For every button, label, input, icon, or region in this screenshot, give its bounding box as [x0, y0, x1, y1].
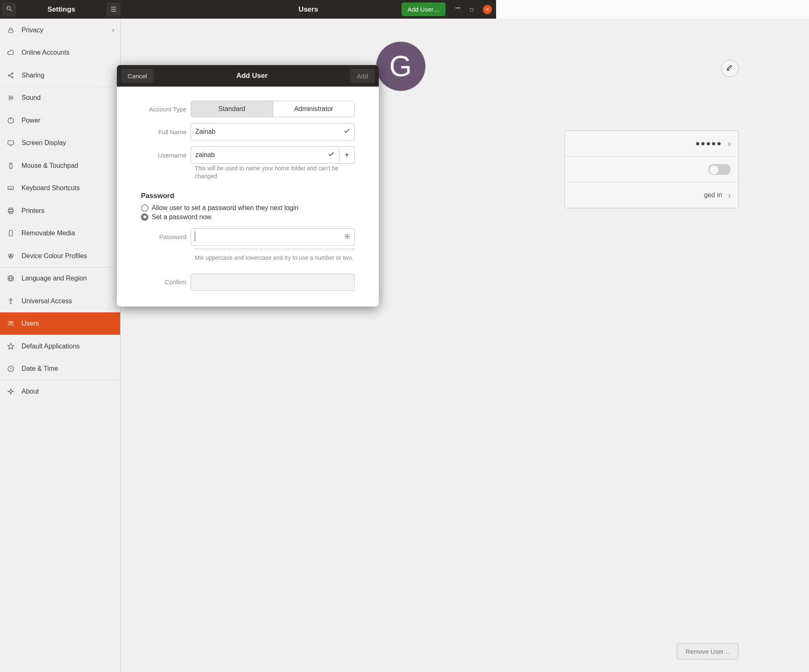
- search-button[interactable]: [2, 2, 16, 17]
- svg-rect-10: [8, 141, 14, 145]
- dialog-title: Add User: [158, 72, 346, 80]
- about-icon: [7, 388, 15, 395]
- radio-set-now[interactable]: Set a password now: [141, 213, 355, 221]
- svg-marker-34: [8, 343, 14, 349]
- cloud-icon: [7, 49, 15, 56]
- globe-icon: [7, 275, 15, 282]
- sidebar-item-label: Printers: [22, 207, 44, 215]
- sidebar-item-label: Language and Region: [22, 275, 87, 282]
- power-icon: [7, 117, 15, 124]
- printer-icon: [7, 207, 15, 215]
- check-icon: [327, 150, 335, 160]
- sidebar-item-label: Removable Media: [22, 230, 75, 237]
- confirm-label: Confirm: [141, 278, 191, 285]
- sidebar-item-online-accounts[interactable]: Online Accounts: [0, 41, 120, 64]
- sidebar-item-printers[interactable]: Printers: [0, 199, 120, 222]
- sidebar-item-label: Power: [22, 117, 40, 124]
- confirm-input[interactable]: [191, 273, 355, 291]
- full-name-input[interactable]: [191, 123, 355, 140]
- sidebar-item-language-and-region[interactable]: Language and Region: [0, 267, 120, 290]
- sidebar-item-users[interactable]: Users: [0, 312, 120, 335]
- radio-icon: [141, 213, 148, 221]
- keyboard-icon: [7, 184, 15, 192]
- maximize-button[interactable]: ◻: [470, 7, 474, 12]
- account-type-standard[interactable]: Standard: [191, 101, 273, 117]
- sidebar-item-label: Mouse & Touchpad: [22, 162, 78, 169]
- sidebar-item-sound[interactable]: Sound: [0, 87, 120, 109]
- lock-icon: [7, 27, 15, 34]
- sound-icon: [7, 94, 15, 102]
- sidebar-item-label: Universal Access: [22, 297, 72, 305]
- svg-point-37: [346, 235, 348, 237]
- dialog-header: Cancel Add User Add: [117, 65, 379, 87]
- svg-point-33: [12, 321, 13, 323]
- sidebar-item-sharing[interactable]: Sharing: [0, 64, 120, 87]
- radio-set-later[interactable]: Allow user to set a password when they n…: [141, 204, 355, 212]
- access-icon: [7, 297, 15, 305]
- close-icon: ✕: [485, 7, 489, 12]
- clock-icon: [7, 365, 15, 372]
- display-icon: [7, 139, 15, 147]
- sidebar-item-removable-media[interactable]: Removable Media: [0, 222, 120, 245]
- username-dropdown[interactable]: ▼: [339, 146, 355, 164]
- sidebar-item-mouse-touchpad[interactable]: Mouse & Touchpad: [0, 154, 120, 177]
- page-title: Users: [298, 5, 318, 14]
- headerbar-left: Settings ☰: [0, 2, 121, 17]
- add-user-button[interactable]: Add User…: [402, 2, 446, 16]
- account-type-toggle: Standard Administrator: [191, 101, 355, 117]
- cancel-button[interactable]: Cancel: [121, 69, 154, 83]
- add-button[interactable]: Add: [350, 69, 375, 83]
- star-icon: [7, 343, 15, 350]
- radio-now-label: Set a password now: [152, 213, 211, 221]
- radio-icon: [141, 204, 148, 212]
- check-icon: [343, 127, 351, 136]
- sidebar-item-privacy[interactable]: Privacy›: [0, 19, 120, 41]
- minimize-button[interactable]: –: [455, 2, 460, 13]
- text-cursor: [195, 232, 195, 242]
- sidebar-item-label: Sharing: [22, 72, 44, 79]
- svg-point-32: [9, 321, 11, 324]
- account-type-label: Account Type: [141, 106, 191, 113]
- svg-rect-23: [9, 231, 12, 237]
- hamburger-button[interactable]: ☰: [107, 2, 121, 17]
- sidebar-item-power[interactable]: Power: [0, 109, 120, 132]
- add-user-dialog: Cancel Add User Add Account Type Standar…: [117, 65, 379, 307]
- svg-rect-22: [9, 211, 12, 213]
- settings-title: Settings: [18, 5, 105, 14]
- avatar: G: [376, 41, 426, 91]
- radio-later-label: Allow user to set a password when they n…: [152, 204, 298, 212]
- media-icon: [7, 230, 15, 237]
- account-type-administrator[interactable]: Administrator: [273, 101, 355, 117]
- mouse-icon: [7, 162, 15, 169]
- sidebar-item-universal-access[interactable]: Universal Access: [0, 290, 120, 312]
- password-input[interactable]: [191, 228, 355, 246]
- sidebar-item-default-applications[interactable]: Default Applications: [0, 335, 120, 358]
- sidebar-item-label: Date & Time: [22, 365, 58, 372]
- close-button[interactable]: ✕: [483, 5, 492, 14]
- svg-point-0: [7, 6, 10, 10]
- sidebar-item-label: Keyboard Shortcuts: [22, 184, 80, 192]
- sidebar-item-keyboard-shortcuts[interactable]: Keyboard Shortcuts: [0, 177, 120, 200]
- hamburger-icon: ☰: [111, 5, 116, 13]
- chevron-down-icon: ▼: [344, 152, 349, 158]
- full-name-label: Full Name: [141, 128, 191, 135]
- sidebar-item-label: Default Applications: [22, 343, 80, 350]
- password-hint: Mix uppercase and lowercase and try to u…: [141, 254, 355, 262]
- gear-icon[interactable]: [344, 233, 351, 241]
- headerbar-right: Users Add User… – ◻ ✕: [121, 0, 496, 19]
- username-input[interactable]: [191, 146, 339, 164]
- sidebar-item-screen-display[interactable]: Screen Display: [0, 132, 120, 155]
- sidebar-item-label: Sound: [22, 94, 41, 102]
- username-hint: This will be used to name your home fold…: [141, 164, 355, 180]
- sidebar-item-date-time[interactable]: Date & Time: [0, 358, 120, 380]
- sidebar-item-label: Online Accounts: [22, 49, 70, 56]
- share-icon: [7, 72, 15, 79]
- svg-line-6: [10, 74, 12, 75]
- dialog-body: Account Type Standard Administrator Full…: [117, 87, 379, 307]
- sidebar-item-about[interactable]: About: [0, 380, 120, 403]
- sidebar-item-label: About: [22, 388, 39, 395]
- sidebar-item-device-colour-profiles[interactable]: Device Colour Profiles: [0, 244, 120, 267]
- sidebar-item-label: Users: [22, 320, 39, 327]
- sidebar-item-label: Device Colour Profiles: [22, 252, 87, 260]
- color-icon: [7, 252, 15, 260]
